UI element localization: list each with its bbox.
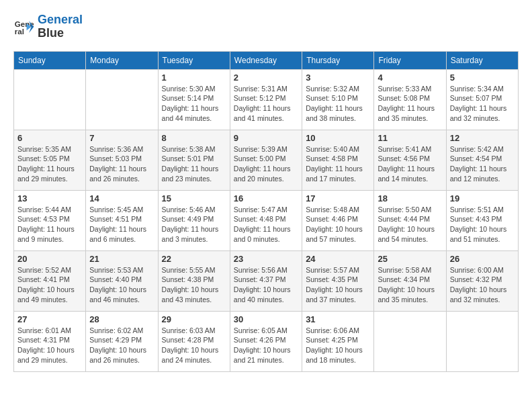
- day-number: 22: [162, 254, 226, 264]
- day-number: 8: [162, 133, 226, 143]
- day-info: Sunrise: 5:53 AM Sunset: 4:40 PM Dayligh…: [89, 265, 154, 305]
- day-info: Sunrise: 5:36 AM Sunset: 5:03 PM Dayligh…: [89, 144, 154, 184]
- day-number: 13: [17, 193, 82, 203]
- day-number: 29: [162, 314, 226, 324]
- day-number: 17: [306, 193, 370, 203]
- calendar-cell: 19Sunrise: 5:51 AM Sunset: 4:43 PM Dayli…: [446, 190, 518, 250]
- day-number: 2: [234, 73, 298, 83]
- calendar-cell: 3Sunrise: 5:32 AM Sunset: 5:10 PM Daylig…: [302, 69, 374, 130]
- day-number: 25: [378, 254, 442, 264]
- day-number: 1: [162, 73, 226, 83]
- calendar-cell: 29Sunrise: 6:03 AM Sunset: 4:28 PM Dayli…: [158, 311, 230, 371]
- day-info: Sunrise: 6:00 AM Sunset: 4:32 PM Dayligh…: [450, 265, 515, 305]
- week-row-3: 13Sunrise: 5:44 AM Sunset: 4:53 PM Dayli…: [14, 190, 519, 250]
- calendar-cell: 24Sunrise: 5:57 AM Sunset: 4:35 PM Dayli…: [302, 250, 374, 311]
- day-number: 6: [17, 133, 82, 143]
- day-info: Sunrise: 5:35 AM Sunset: 5:05 PM Dayligh…: [17, 144, 82, 184]
- calendar-cell: 9Sunrise: 5:39 AM Sunset: 5:00 PM Daylig…: [230, 130, 302, 190]
- calendar-cell: 8Sunrise: 5:38 AM Sunset: 5:01 PM Daylig…: [158, 130, 230, 190]
- day-number: 4: [378, 73, 442, 83]
- weekday-header-monday: Monday: [86, 51, 158, 69]
- day-number: 7: [89, 133, 154, 143]
- page-header: Gene ral General Blue: [13, 13, 519, 40]
- calendar-cell: 20Sunrise: 5:52 AM Sunset: 4:41 PM Dayli…: [14, 250, 86, 311]
- day-number: 26: [450, 254, 515, 264]
- weekday-header-saturday: Saturday: [446, 51, 518, 69]
- calendar-cell: 14Sunrise: 5:45 AM Sunset: 4:51 PM Dayli…: [86, 190, 158, 250]
- day-info: Sunrise: 6:01 AM Sunset: 4:31 PM Dayligh…: [17, 326, 82, 365]
- day-info: Sunrise: 6:02 AM Sunset: 4:29 PM Dayligh…: [89, 326, 154, 365]
- day-info: Sunrise: 5:55 AM Sunset: 4:38 PM Dayligh…: [162, 265, 226, 305]
- logo-icon: Gene ral: [13, 16, 35, 38]
- day-info: Sunrise: 5:44 AM Sunset: 4:53 PM Dayligh…: [17, 205, 82, 244]
- calendar-cell: 13Sunrise: 5:44 AM Sunset: 4:53 PM Dayli…: [14, 190, 86, 250]
- day-number: 31: [306, 314, 370, 324]
- day-number: 30: [234, 314, 298, 324]
- day-number: 20: [17, 254, 82, 264]
- calendar-cell: [446, 311, 518, 371]
- day-info: Sunrise: 5:40 AM Sunset: 4:58 PM Dayligh…: [306, 144, 370, 184]
- calendar-cell: 26Sunrise: 6:00 AM Sunset: 4:32 PM Dayli…: [446, 250, 518, 311]
- day-number: 28: [89, 314, 154, 324]
- calendar-cell: 30Sunrise: 6:05 AM Sunset: 4:26 PM Dayli…: [230, 311, 302, 371]
- day-number: 21: [89, 254, 154, 264]
- logo-text: General Blue: [38, 13, 83, 40]
- day-info: Sunrise: 5:47 AM Sunset: 4:48 PM Dayligh…: [234, 205, 298, 244]
- calendar-cell: 16Sunrise: 5:47 AM Sunset: 4:48 PM Dayli…: [230, 190, 302, 250]
- day-info: Sunrise: 6:03 AM Sunset: 4:28 PM Dayligh…: [162, 326, 226, 365]
- day-info: Sunrise: 5:34 AM Sunset: 5:07 PM Dayligh…: [450, 84, 515, 124]
- day-info: Sunrise: 6:05 AM Sunset: 4:26 PM Dayligh…: [234, 326, 298, 365]
- calendar-cell: 27Sunrise: 6:01 AM Sunset: 4:31 PM Dayli…: [14, 311, 86, 371]
- day-info: Sunrise: 5:30 AM Sunset: 5:14 PM Dayligh…: [162, 84, 226, 124]
- day-number: 24: [306, 254, 370, 264]
- calendar-cell: 1Sunrise: 5:30 AM Sunset: 5:14 PM Daylig…: [158, 69, 230, 130]
- calendar-cell: 23Sunrise: 5:56 AM Sunset: 4:37 PM Dayli…: [230, 250, 302, 311]
- logo: Gene ral General Blue: [13, 13, 83, 40]
- day-number: 14: [89, 193, 154, 203]
- week-row-5: 27Sunrise: 6:01 AM Sunset: 4:31 PM Dayli…: [14, 311, 519, 371]
- calendar-cell: 10Sunrise: 5:40 AM Sunset: 4:58 PM Dayli…: [302, 130, 374, 190]
- day-number: 9: [234, 133, 298, 143]
- day-number: 3: [306, 73, 370, 83]
- day-info: Sunrise: 5:33 AM Sunset: 5:08 PM Dayligh…: [378, 84, 442, 124]
- weekday-header-row: SundayMondayTuesdayWednesdayThursdayFrid…: [14, 51, 519, 69]
- weekday-header-wednesday: Wednesday: [230, 51, 302, 69]
- week-row-2: 6Sunrise: 5:35 AM Sunset: 5:05 PM Daylig…: [14, 130, 519, 190]
- calendar-cell: 28Sunrise: 6:02 AM Sunset: 4:29 PM Dayli…: [86, 311, 158, 371]
- calendar-cell: 18Sunrise: 5:50 AM Sunset: 4:44 PM Dayli…: [374, 190, 446, 250]
- calendar-cell: [374, 311, 446, 371]
- day-info: Sunrise: 5:45 AM Sunset: 4:51 PM Dayligh…: [89, 205, 154, 244]
- day-number: 11: [378, 133, 442, 143]
- day-number: 16: [234, 193, 298, 203]
- week-row-1: 1Sunrise: 5:30 AM Sunset: 5:14 PM Daylig…: [14, 69, 519, 130]
- calendar-cell: 12Sunrise: 5:42 AM Sunset: 4:54 PM Dayli…: [446, 130, 518, 190]
- day-number: 18: [378, 193, 442, 203]
- day-info: Sunrise: 5:31 AM Sunset: 5:12 PM Dayligh…: [234, 84, 298, 124]
- weekday-header-friday: Friday: [374, 51, 446, 69]
- svg-text:ral: ral: [15, 27, 24, 35]
- calendar-cell: [14, 69, 86, 130]
- day-info: Sunrise: 5:56 AM Sunset: 4:37 PM Dayligh…: [234, 265, 298, 305]
- calendar-cell: [86, 69, 158, 130]
- weekday-header-thursday: Thursday: [302, 51, 374, 69]
- calendar-cell: 7Sunrise: 5:36 AM Sunset: 5:03 PM Daylig…: [86, 130, 158, 190]
- day-number: 23: [234, 254, 298, 264]
- calendar-table: SundayMondayTuesdayWednesdayThursdayFrid…: [13, 51, 519, 372]
- calendar-cell: 25Sunrise: 5:58 AM Sunset: 4:34 PM Dayli…: [374, 250, 446, 311]
- day-info: Sunrise: 5:58 AM Sunset: 4:34 PM Dayligh…: [378, 265, 442, 305]
- calendar-cell: 6Sunrise: 5:35 AM Sunset: 5:05 PM Daylig…: [14, 130, 86, 190]
- day-info: Sunrise: 5:57 AM Sunset: 4:35 PM Dayligh…: [306, 265, 370, 305]
- calendar-cell: 11Sunrise: 5:41 AM Sunset: 4:56 PM Dayli…: [374, 130, 446, 190]
- day-info: Sunrise: 5:41 AM Sunset: 4:56 PM Dayligh…: [378, 144, 442, 184]
- day-info: Sunrise: 5:51 AM Sunset: 4:43 PM Dayligh…: [450, 205, 515, 244]
- calendar-cell: 21Sunrise: 5:53 AM Sunset: 4:40 PM Dayli…: [86, 250, 158, 311]
- day-info: Sunrise: 5:39 AM Sunset: 5:00 PM Dayligh…: [234, 144, 298, 184]
- day-number: 5: [450, 73, 515, 83]
- calendar-cell: 22Sunrise: 5:55 AM Sunset: 4:38 PM Dayli…: [158, 250, 230, 311]
- day-number: 27: [17, 314, 82, 324]
- calendar-cell: 4Sunrise: 5:33 AM Sunset: 5:08 PM Daylig…: [374, 69, 446, 130]
- day-info: Sunrise: 5:38 AM Sunset: 5:01 PM Dayligh…: [162, 144, 226, 184]
- day-info: Sunrise: 5:52 AM Sunset: 4:41 PM Dayligh…: [17, 265, 82, 305]
- calendar-cell: 2Sunrise: 5:31 AM Sunset: 5:12 PM Daylig…: [230, 69, 302, 130]
- day-info: Sunrise: 5:50 AM Sunset: 4:44 PM Dayligh…: [378, 205, 442, 244]
